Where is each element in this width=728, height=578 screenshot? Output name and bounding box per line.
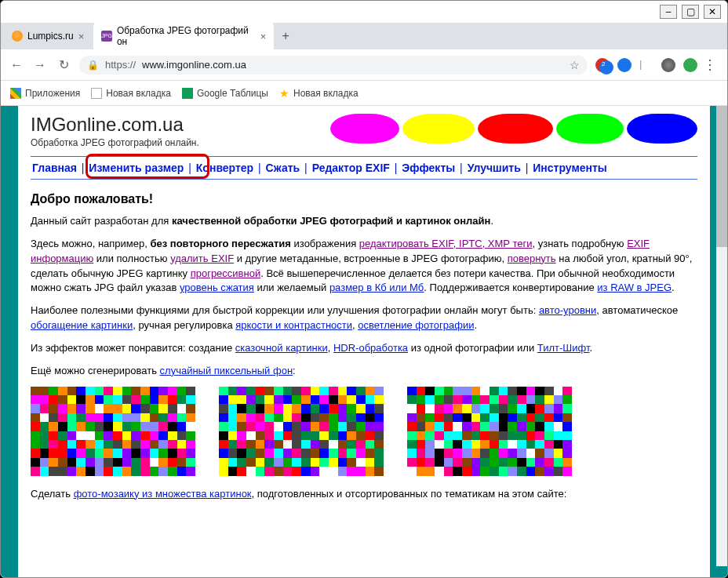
bookmark-sheets[interactable]: Google Таблицы — [182, 88, 268, 99]
pixel-bg-paragraph: Ещё можно сгенерировать случайный пиксел… — [31, 364, 697, 379]
url-host: www.imgonline.com.ua — [142, 59, 246, 71]
correction-paragraph: Наиболее полезными функциями для быстрой… — [31, 304, 697, 333]
nav-редактор-exif[interactable]: Редактор EXIF — [311, 162, 391, 174]
window-titlebar: – ▢ ✕ — [1, 1, 727, 23]
link-lighten[interactable]: осветление фотографии — [358, 319, 474, 331]
tab-close-icon[interactable]: × — [260, 31, 267, 42]
bookmark-new-tab-1[interactable]: Новая вкладка — [91, 88, 171, 99]
link-delete-exif[interactable]: удалить EXIF — [170, 253, 234, 264]
apps-icon — [10, 88, 21, 99]
link-brightness[interactable]: яркости и контрастности — [235, 319, 352, 331]
tab-title: Обработка JPEG фотографий он — [117, 25, 256, 47]
bookmarks-bar: Приложения Новая вкладка Google Таблицы … — [1, 81, 727, 106]
new-tab-button[interactable]: + — [275, 26, 296, 46]
sheets-icon — [182, 88, 193, 99]
link-pixel-bg[interactable]: случайный пиксельный фон — [160, 365, 293, 376]
color-blobs — [330, 114, 697, 144]
lock-icon: 🔒 — [87, 60, 99, 71]
bookmark-star-icon[interactable]: ☆ — [570, 59, 580, 71]
link-raw-jpeg[interactable]: из RAW в JPEG — [597, 282, 672, 293]
scrollbar-thumb[interactable] — [716, 106, 727, 247]
maximize-button[interactable]: ▢ — [682, 5, 699, 19]
tab-strip: Lumpics.ru × JPG Обработка JPEG фотограф… — [1, 23, 727, 49]
menu-button[interactable]: ⋯ — [705, 58, 719, 72]
link-tilt-shift[interactable]: Тилт-Шифт — [537, 342, 590, 354]
effects-paragraph: Из эффектов может понравится: создание с… — [31, 341, 697, 356]
nav-улучшить[interactable]: Улучшить — [466, 162, 522, 174]
favicon-icon: JPG — [101, 31, 112, 42]
extension-icons: 2 | ⋯ — [595, 58, 719, 72]
tab-close-icon[interactable]: × — [78, 31, 85, 42]
pixel-samples — [31, 387, 697, 476]
bookmark-new-tab-2[interactable]: ★Новая вкладка — [279, 87, 359, 100]
reload-button[interactable]: ↻ — [56, 57, 71, 73]
tab-lumpics[interactable]: Lumpics.ru × — [4, 26, 92, 47]
page-viewport[interactable]: IMGonline.com.ua Обработка JPEG фотограф… — [1, 106, 727, 577]
close-button[interactable]: ✕ — [704, 5, 721, 19]
nav-изменить-размер[interactable]: Изменить размер — [87, 162, 185, 174]
extension-globe-icon[interactable] — [617, 58, 632, 72]
site-nav: Главная | Изменить размер | Конвертер | … — [31, 156, 697, 180]
link-size-kb[interactable]: размер в Кб или Мб — [329, 282, 424, 293]
intro-paragraph: Данный сайт разработан для качественной … — [31, 214, 697, 229]
extension-opera-icon[interactable]: 2 — [595, 58, 610, 72]
nav-инструменты[interactable]: Инструменты — [531, 162, 609, 174]
profile-avatar[interactable] — [661, 58, 675, 72]
link-mosaic[interactable]: фото-мозаику из множества картинок — [74, 488, 252, 500]
nav-главная[interactable]: Главная — [31, 162, 78, 174]
site-subtitle: Обработка JPEG фотографий онлайн. — [31, 137, 199, 148]
pixel-sample-2 — [219, 387, 384, 476]
back-button[interactable]: ← — [9, 57, 24, 73]
link-progressive[interactable]: прогрессивной — [191, 267, 261, 279]
pixel-sample-1 — [31, 387, 195, 476]
url-scheme: https:// — [105, 59, 136, 71]
nav-эффекты[interactable]: Эффекты — [400, 162, 457, 174]
site-title: IMGonline.com.ua — [31, 114, 199, 136]
star-icon: ★ — [279, 87, 289, 100]
forward-button[interactable]: → — [32, 57, 48, 73]
link-edit-exif[interactable]: редактировать EXIF, IPTC, XMP теги — [359, 238, 533, 249]
nav-сжать[interactable]: Сжать — [264, 162, 302, 174]
favicon-icon — [12, 31, 23, 42]
link-fairy[interactable]: сказочной картинки — [235, 342, 328, 354]
vertical-scrollbar[interactable] — [716, 106, 727, 566]
link-hdr[interactable]: HDR-обработка — [333, 342, 408, 354]
link-rotate[interactable]: повернуть — [508, 253, 556, 264]
nav-конвертер[interactable]: Конвертер — [195, 162, 255, 174]
features-paragraph: Здесь можно, например, без повторного пе… — [31, 237, 697, 296]
doc-icon — [91, 88, 102, 99]
tab-imgonline[interactable]: JPG Обработка JPEG фотографий он × — [93, 20, 274, 52]
minimize-button[interactable]: – — [660, 5, 677, 19]
tab-title: Lumpics.ru — [27, 31, 74, 42]
link-compression[interactable]: уровень сжатия — [180, 282, 254, 293]
pixel-sample-3 — [407, 387, 572, 476]
bookmark-apps[interactable]: Приложения — [10, 88, 80, 99]
browser-window: – ▢ ✕ Lumpics.ru × JPG Обработка JPEG фо… — [0, 0, 728, 578]
welcome-heading: Добро пожаловать! — [31, 192, 697, 206]
link-auto-levels[interactable]: авто-уровни — [539, 304, 596, 316]
extension-green-icon[interactable] — [683, 58, 697, 72]
page-content: IMGonline.com.ua Обработка JPEG фотограф… — [18, 106, 710, 577]
mosaic-paragraph: Сделать фото-мозаику из множества картин… — [31, 487, 697, 502]
address-bar[interactable]: 🔒 https://www.imgonline.com.ua ☆ — [79, 56, 588, 75]
link-enrich[interactable]: обогащение картинки — [31, 319, 133, 331]
toolbar: ← → ↻ 🔒 https://www.imgonline.com.ua ☆ 2… — [1, 49, 727, 81]
